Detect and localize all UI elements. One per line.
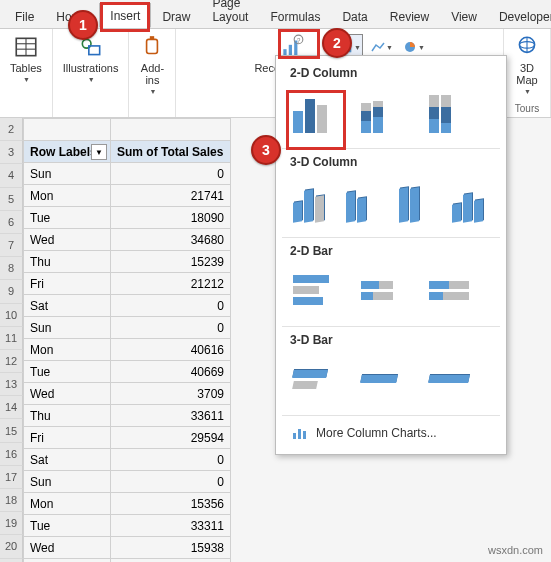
tab-view[interactable]: View	[440, 4, 488, 28]
table-row[interactable]: Fri29594	[24, 427, 231, 449]
row-number[interactable]: 5	[0, 188, 23, 211]
stacked-column-thumb[interactable]	[358, 88, 416, 136]
cell-value[interactable]: 0	[111, 317, 231, 339]
cell-value[interactable]: 3709	[111, 383, 231, 405]
table-row[interactable]: Sun0	[24, 163, 231, 185]
row-number[interactable]: 16	[0, 443, 23, 466]
cell-value[interactable]: 21212	[111, 273, 231, 295]
cell-day[interactable]: Wed	[24, 229, 111, 251]
cell-day[interactable]: Thu	[24, 251, 111, 273]
filter-dropdown-icon[interactable]: ▼	[91, 144, 107, 160]
cell-day[interactable]: Sun	[24, 471, 111, 493]
clustered-column-thumb[interactable]	[290, 88, 348, 136]
3d-stacked-bar-thumb[interactable]	[358, 355, 416, 403]
row-number[interactable]: 12	[0, 350, 23, 373]
cell-day[interactable]: Sun	[24, 163, 111, 185]
addins-button[interactable]: Add- ins ▼	[137, 32, 167, 96]
table-row[interactable]: Sun0	[24, 317, 231, 339]
cell-value[interactable]: 15356	[111, 493, 231, 515]
3d-100-stacked-bar-thumb[interactable]	[426, 355, 484, 403]
cell-value[interactable]: 33611	[111, 405, 231, 427]
row-number[interactable]: 17	[0, 466, 23, 489]
header-sum[interactable]: Sum of Total Sales	[111, 141, 231, 163]
pivot-table[interactable]: Row Labels▼ Sum of Total Sales Sun0Mon21…	[23, 118, 231, 562]
cell-day[interactable]: Fri	[24, 427, 111, 449]
tab-review[interactable]: Review	[379, 4, 440, 28]
cell-day[interactable]: Thu	[24, 405, 111, 427]
row-number[interactable]: 19	[0, 512, 23, 535]
cell-day[interactable]: Tue	[24, 361, 111, 383]
table-row[interactable]: Tue18090	[24, 207, 231, 229]
cell-day[interactable]: Wed	[24, 537, 111, 559]
row-number[interactable]: 7	[0, 234, 23, 257]
cell-value[interactable]: 15239	[111, 251, 231, 273]
more-column-charts[interactable]: More Column Charts...	[276, 418, 506, 448]
row-number[interactable]: 6	[0, 211, 23, 234]
header-row-labels[interactable]: Row Labels▼	[24, 141, 111, 163]
cell-day[interactable]: Mon	[24, 493, 111, 515]
tab-file[interactable]: File	[4, 4, 45, 28]
table-row[interactable]: Thu5208	[24, 559, 231, 563]
100-stacked-column-thumb[interactable]	[426, 88, 484, 136]
cell-day[interactable]: Tue	[24, 515, 111, 537]
row-number[interactable]: 4	[0, 164, 23, 187]
table-row[interactable]: Mon40616	[24, 339, 231, 361]
3d-stacked-column-thumb[interactable]	[343, 177, 386, 225]
row-number[interactable]: 15	[0, 419, 23, 442]
stacked-bar-thumb[interactable]	[358, 266, 416, 314]
cell-value[interactable]: 0	[111, 163, 231, 185]
cell-value[interactable]: 40669	[111, 361, 231, 383]
cell-day[interactable]: Fri	[24, 273, 111, 295]
cell-day[interactable]: Sat	[24, 449, 111, 471]
100-stacked-bar-thumb[interactable]	[426, 266, 484, 314]
row-number[interactable]: 14	[0, 396, 23, 419]
table-row[interactable]: Sun0	[24, 471, 231, 493]
table-row[interactable]: Thu33611	[24, 405, 231, 427]
tab-draw[interactable]: Draw	[151, 4, 201, 28]
cell-value[interactable]: 18090	[111, 207, 231, 229]
row-number[interactable]: 21	[0, 559, 23, 562]
illustrations-button[interactable]: Illustrations ▼	[61, 32, 121, 84]
table-row[interactable]: Mon15356	[24, 493, 231, 515]
cell-value[interactable]: 40616	[111, 339, 231, 361]
cell-value[interactable]: 0	[111, 471, 231, 493]
3d-map-button[interactable]: 3D Map ▼	[512, 32, 542, 96]
table-row[interactable]: Sat0	[24, 295, 231, 317]
row-number[interactable]: 18	[0, 489, 23, 512]
cell-value[interactable]: 15938	[111, 537, 231, 559]
tables-button[interactable]: Tables ▼	[8, 32, 44, 84]
cell-day[interactable]: Mon	[24, 339, 111, 361]
row-number[interactable]: 3	[0, 141, 23, 164]
cell-value[interactable]: 0	[111, 449, 231, 471]
table-row[interactable]: Wed34680	[24, 229, 231, 251]
3d-100-stacked-thumb[interactable]	[396, 177, 439, 225]
cell-value[interactable]: 5208	[111, 559, 231, 563]
cell-day[interactable]: Mon	[24, 185, 111, 207]
table-row[interactable]: Fri21212	[24, 273, 231, 295]
clustered-bar-thumb[interactable]	[290, 266, 348, 314]
tab-data[interactable]: Data	[331, 4, 378, 28]
table-row[interactable]: Wed15938	[24, 537, 231, 559]
cell-day[interactable]: Thu	[24, 559, 111, 563]
tab-insert[interactable]: Insert	[99, 3, 151, 28]
cell-value[interactable]: 33311	[111, 515, 231, 537]
table-row[interactable]: Tue40669	[24, 361, 231, 383]
row-number[interactable]: 8	[0, 257, 23, 280]
table-row[interactable]: Wed3709	[24, 383, 231, 405]
tab-developer[interactable]: Developer	[488, 4, 551, 28]
row-number[interactable]: 11	[0, 327, 23, 350]
cell-day[interactable]: Sat	[24, 295, 111, 317]
tab-formulas[interactable]: Formulas	[259, 4, 331, 28]
cell-day[interactable]: Wed	[24, 383, 111, 405]
table-row[interactable]: Sat0	[24, 449, 231, 471]
tab-page-layout[interactable]: Page Layout	[201, 0, 259, 28]
row-number[interactable]: 13	[0, 373, 23, 396]
table-row[interactable]: Tue33311	[24, 515, 231, 537]
cell-value[interactable]: 21741	[111, 185, 231, 207]
cell-value[interactable]: 0	[111, 295, 231, 317]
cell-value[interactable]: 34680	[111, 229, 231, 251]
cell-day[interactable]: Tue	[24, 207, 111, 229]
row-number[interactable]: 20	[0, 535, 23, 558]
cell-value[interactable]: 29594	[111, 427, 231, 449]
table-row[interactable]: Thu15239	[24, 251, 231, 273]
